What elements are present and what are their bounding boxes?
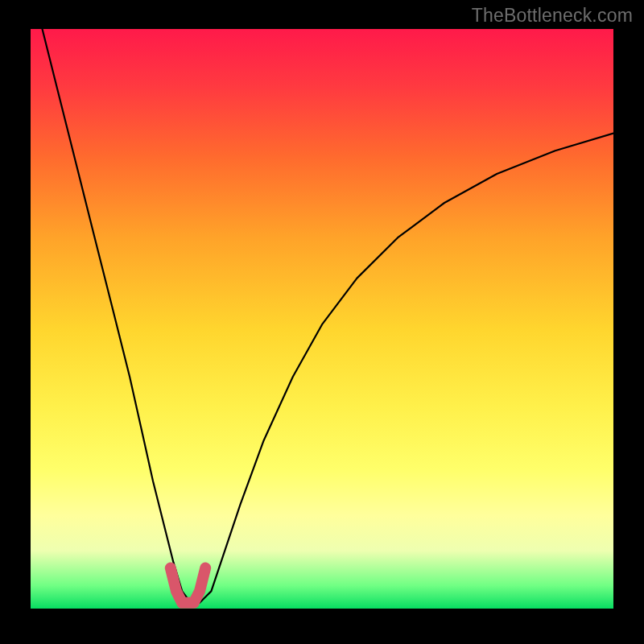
bottleneck-curve <box>43 29 614 603</box>
chart-frame: TheBottleneck.com <box>0 0 644 644</box>
curve-layer <box>31 29 613 609</box>
plot-area <box>31 29 613 609</box>
watermark-text: TheBottleneck.com <box>472 5 633 27</box>
optimal-marker <box>171 568 205 603</box>
